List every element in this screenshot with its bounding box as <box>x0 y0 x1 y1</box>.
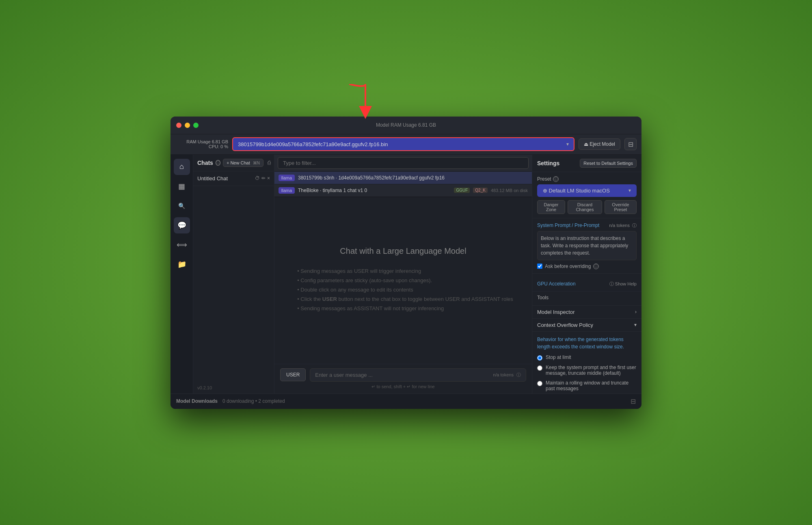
danger-zone-button[interactable]: Danger Zone <box>537 200 565 214</box>
q2k-badge: Q2_K <box>473 188 488 193</box>
model-downloads-label: Model Downloads <box>176 398 218 404</box>
overflow-radio-keep[interactable] <box>537 365 542 371</box>
override-info-icon[interactable]: ⓘ <box>593 264 599 269</box>
preset-selector-button[interactable]: ⊕ Default LM Studio macOS ▾ <box>537 184 637 197</box>
overflow-rolling-label: Maintain a rolling window and truncate p… <box>546 380 637 391</box>
model-bar: RAM Usage 6.81 GB CPU: 0 % 38015799b1d4e… <box>171 134 641 155</box>
overflow-radio-stop[interactable] <box>537 355 542 361</box>
fullscreen-button[interactable] <box>193 123 199 128</box>
system-prompt-box[interactable]: Below is an instruction that describes a… <box>537 231 637 260</box>
chat-input-row: USER Enter a user message ... n/a tokens… <box>280 368 526 382</box>
model-selector-button[interactable]: 38015799b1d4e009a5766a7852fefc71a90e9acf… <box>232 137 574 151</box>
chat-timer-icon: ⏱ <box>255 175 260 181</box>
chat-main: Chat with a Large Language Model Sending… <box>274 197 532 393</box>
new-chat-button[interactable]: + New Chat ⌘N <box>223 159 263 167</box>
reset-defaults-button[interactable]: Reset to Default Settings <box>580 159 637 168</box>
export-icon[interactable]: ⎙ <box>268 160 271 166</box>
home-icon: ⌂ <box>179 162 184 171</box>
overflow-stop-label: Stop at limit <box>546 354 571 360</box>
hint-item: Sending messages as ASSISTANT will not t… <box>293 305 513 311</box>
user-strong: USER <box>322 296 337 302</box>
eject-model-button[interactable]: ⏏ Eject Model <box>579 138 620 150</box>
chats-title: Chats <box>197 160 213 166</box>
chat-input-area: USER Enter a user message ... n/a tokens… <box>274 364 532 393</box>
gguf-badge: GGUF <box>454 188 470 193</box>
folder-icon: 📁 <box>177 260 186 269</box>
overflow-radio-rolling[interactable] <box>537 381 542 386</box>
chat-hints-list: Sending messages as USER will trigger in… <box>293 268 513 315</box>
ask-before-overriding-row: Ask before overriding ⓘ <box>537 264 637 269</box>
model-inspector-row[interactable]: Model Inspector › <box>532 306 641 319</box>
discard-changes-button[interactable]: Discard Changes <box>568 200 602 214</box>
chat-close-icon[interactable]: × <box>267 175 270 181</box>
chat-panel: Chats ⓘ + New Chat ⌘N ⎙ Untitled Chat ⏱ … <box>193 155 274 393</box>
sidebar-item-chat[interactable]: 💬 <box>174 217 190 233</box>
chat-icon: 💬 <box>177 221 186 230</box>
preset-label: Preset ⓘ <box>537 176 637 182</box>
ram-usage: RAM Usage 6.81 GB <box>186 139 228 144</box>
sidebar-item-folder[interactable]: 📁 <box>174 256 190 272</box>
sidebar-item-home[interactable]: ⌂ <box>174 159 190 175</box>
overflow-option-keep[interactable]: Keep the system prompt and the first use… <box>537 365 637 376</box>
preset-section: Preset ⓘ ⊕ Default LM Studio macOS ▾ Dan… <box>532 172 641 218</box>
system-prompt-tokens: n/a tokens ⓘ <box>609 223 637 229</box>
model-downloads-status: 0 downloading • 2 completed <box>222 398 285 404</box>
model-tag-llama2: llama <box>279 187 295 194</box>
title-bar-text: Model RAM Usage 6.81 GB <box>376 122 436 128</box>
context-overflow-row[interactable]: Context Overflow Policy ▾ <box>532 319 641 332</box>
ask-before-overriding-label: Ask before overriding <box>545 264 591 269</box>
minimize-button[interactable] <box>185 123 190 128</box>
overflow-option-rolling[interactable]: Maintain a rolling window and truncate p… <box>537 380 637 391</box>
message-input-display: Enter a user message ... n/a tokens ⓘ <box>310 368 526 382</box>
close-button[interactable] <box>176 123 181 128</box>
ask-before-overriding-checkbox[interactable] <box>537 264 542 269</box>
chats-info-icon[interactable]: ⓘ <box>216 160 220 166</box>
hint-item: Click the USER button next to the chat b… <box>293 296 513 302</box>
system-prompt-label: System Prompt / Pre-Prompt n/a tokens ⓘ <box>537 223 637 229</box>
model-inspector-label: Model Inspector <box>537 309 575 315</box>
grid-icon: ⊟ <box>628 140 633 148</box>
app-window: Model RAM Usage 6.81 GB RAM Usage 6.81 G… <box>171 117 641 409</box>
chat-edit-icon[interactable]: ✏ <box>261 175 266 181</box>
cpu-usage: CPU: 0 % <box>209 144 228 149</box>
settings-title: Settings <box>537 160 559 166</box>
model-name-2: TheBloke · tinyllama 1 chat v1 0 <box>298 188 451 193</box>
model-list: llama 38015799b s3nh · 1d4e009a5766a7852… <box>274 172 532 197</box>
token-count: n/a tokens ⓘ <box>493 372 521 378</box>
show-help-button[interactable]: ⓘ Show Help <box>609 281 637 287</box>
chat-panel-header: Chats ⓘ + New Chat ⌘N ⎙ <box>193 155 274 171</box>
model-inspector-chevron-icon: › <box>635 309 637 315</box>
context-overflow-content: Behavior for when the generated tokens l… <box>532 332 641 393</box>
view-toggle-button[interactable]: ⊟ <box>624 138 637 150</box>
sidebar-item-search[interactable]: 🔍 <box>174 198 190 214</box>
preset-value: ⊕ Default LM Studio macOS <box>543 188 610 194</box>
override-preset-button[interactable]: Override Preset <box>605 200 637 214</box>
chat-list-item[interactable]: Untitled Chat ⏱ ✏ × <box>193 171 274 186</box>
tools-section: Tools <box>532 292 641 306</box>
overflow-option-stop[interactable]: Stop at limit <box>537 354 637 361</box>
system-stats: RAM Usage 6.81 GB CPU: 0 % <box>175 139 228 149</box>
preset-info-icon[interactable]: ⓘ <box>553 176 559 182</box>
token-info-icon: ⓘ <box>632 223 637 228</box>
hint-item: Double click on any message to edit its … <box>293 287 513 293</box>
overflow-description: Behavior for when the generated tokens l… <box>537 336 637 350</box>
filter-input[interactable] <box>278 157 529 169</box>
gpu-acceleration-row: GPU Acceleration ⓘ Show Help <box>537 281 637 287</box>
filter-bar <box>274 155 532 172</box>
model-list-item[interactable]: llama TheBloke · tinyllama 1 chat v1 0 G… <box>274 184 532 197</box>
model-tag-llama: llama <box>279 175 295 181</box>
sidebar-item-sidebar[interactable]: ▦ <box>174 178 190 194</box>
sidebar-item-transfer[interactable]: ⟺ <box>174 237 190 253</box>
transfer-icon: ⟺ <box>177 240 187 249</box>
chat-item-label: Untitled Chat <box>197 175 255 181</box>
main-content: ⌂ ▦ 🔍 💬 ⟺ 📁 <box>171 155 641 393</box>
input-placeholder: Enter a user message ... <box>315 372 373 378</box>
model-list-item[interactable]: llama 38015799b s3nh · 1d4e009a5766a7852… <box>274 172 532 184</box>
user-role-button[interactable]: USER <box>280 368 306 381</box>
model-size: 483.12 MB on disk <box>491 188 528 193</box>
overflow-keep-label: Keep the system prompt and the first use… <box>546 365 637 376</box>
bottom-grid-icon: ⊟ <box>631 398 636 405</box>
model-selector-label: 38015799b1d4e009a5766a7852fefc71a90e9acf… <box>238 141 388 147</box>
gpu-label: GPU Acceleration <box>537 281 576 287</box>
chat-welcome-title: Chat with a Large Language Model <box>340 246 466 256</box>
